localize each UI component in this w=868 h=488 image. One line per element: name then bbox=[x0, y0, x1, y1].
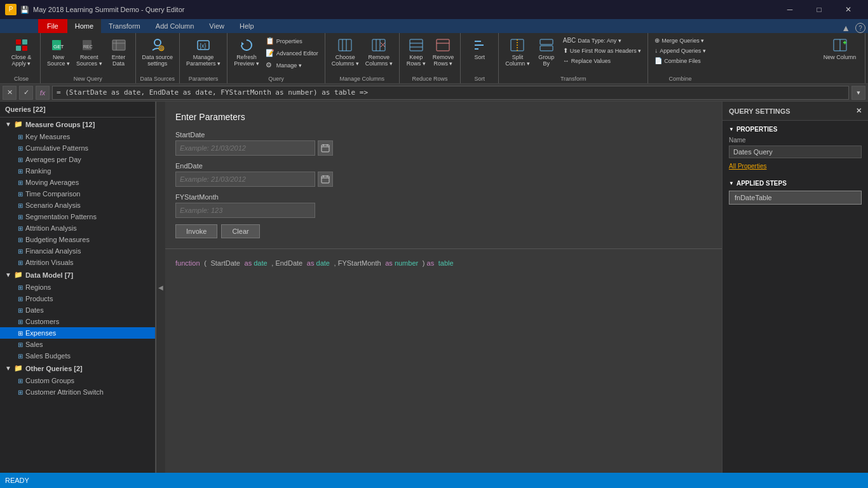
query-item-time-comparison[interactable]: ⊞ Time Comparison bbox=[0, 188, 155, 200]
close-apply-button[interactable]: Close &Apply ▾ bbox=[9, 36, 34, 69]
tab-help[interactable]: Help bbox=[232, 19, 262, 33]
maximize-button[interactable]: □ bbox=[804, 0, 834, 19]
properties-button[interactable]: 📋 Properties bbox=[263, 36, 321, 47]
grid-icon: ⊞ bbox=[18, 191, 23, 198]
query-item-customers[interactable]: ⊞ Customers bbox=[0, 316, 155, 327]
tab-add-column[interactable]: Add Column bbox=[148, 19, 202, 33]
query-item-ranking[interactable]: ⊞ Ranking bbox=[0, 165, 155, 177]
fy-start-month-input[interactable] bbox=[175, 203, 315, 218]
start-date-calendar-button[interactable] bbox=[318, 140, 333, 156]
param3-name: FYStartMonth bbox=[338, 259, 381, 267]
tab-file[interactable]: File bbox=[38, 19, 67, 33]
recent-sources-button[interactable]: REC RecentSources ▾ bbox=[74, 36, 105, 69]
data-sources-label: Data Sources bbox=[140, 76, 176, 82]
manage-parameters-icon: {x} bbox=[196, 37, 211, 53]
tab-transform[interactable]: Transform bbox=[101, 19, 148, 33]
param1-name: StartDate bbox=[210, 259, 240, 267]
manage-parameters-button[interactable]: {x} ManageParameters ▾ bbox=[184, 36, 223, 69]
applied-step-fn-date-table[interactable]: fnDateTable bbox=[729, 191, 862, 205]
query-item-products[interactable]: ⊞ Products bbox=[0, 293, 155, 304]
save-icon[interactable]: 💾 bbox=[20, 6, 29, 14]
group-measure-groups-label: Measure Groups [12] bbox=[25, 121, 95, 128]
close-button[interactable]: ✕ bbox=[834, 0, 863, 19]
formula-input[interactable] bbox=[52, 86, 849, 100]
split-column-button[interactable]: SplitColumn ▾ bbox=[503, 36, 532, 69]
merge-queries-button[interactable]: ⊕ Merge Queries ▾ bbox=[652, 36, 709, 45]
use-first-row-button[interactable]: ⬆ Use First Row as Headers ▾ bbox=[560, 46, 644, 55]
query-item-sales[interactable]: ⊞ Sales bbox=[0, 339, 155, 350]
keep-rows-button[interactable]: KeepRows ▾ bbox=[403, 36, 429, 69]
manage-columns-label: Manage Columns bbox=[329, 76, 395, 82]
group-data-model[interactable]: ▼ 📁 Data Model [7] bbox=[0, 268, 155, 281]
manage-button[interactable]: ⚙ Manage ▾ bbox=[263, 60, 321, 71]
app-icon: P bbox=[5, 4, 17, 15]
enter-data-button[interactable]: EnterData bbox=[106, 36, 132, 69]
query-item-regions[interactable]: ⊞ Regions bbox=[0, 281, 155, 293]
query-item-averages-per-day[interactable]: ⊞ Averages per Day bbox=[0, 154, 155, 165]
query-item-dates[interactable]: ⊞ Dates bbox=[0, 304, 155, 316]
formula-reject-button[interactable]: ✕ bbox=[3, 86, 17, 100]
query-item-segmentation-patterns[interactable]: ⊞ Segmentation Patterns bbox=[0, 211, 155, 222]
window-controls: ─ □ ✕ bbox=[775, 0, 863, 19]
query-item-custom-groups[interactable]: ⊞ Custom Groups bbox=[0, 375, 155, 386]
sort-button[interactable]: Sort bbox=[467, 36, 492, 62]
param-row-start-date: StartDate bbox=[175, 131, 712, 156]
query-item-attrition-analysis[interactable]: ⊞ Attrition Analysis bbox=[0, 222, 155, 234]
ribbon-group-manage-columns: ChooseColumns ▾ RemoveColumns ▾ Manage C… bbox=[325, 33, 400, 83]
settings-header: QUERY SETTINGS ✕ bbox=[722, 102, 868, 121]
name-input[interactable] bbox=[729, 146, 862, 158]
advanced-editor-button[interactable]: 📝 Advanced Editor bbox=[263, 48, 321, 59]
grid-icon: ⊞ bbox=[18, 225, 23, 232]
invoke-button[interactable]: Invoke bbox=[175, 224, 217, 238]
grid-icon: ⊞ bbox=[18, 145, 23, 152]
query-item-attrition-visuals[interactable]: ⊞ Attrition Visuals bbox=[0, 257, 155, 268]
replace-values-button[interactable]: ↔ Replace Values bbox=[560, 56, 644, 65]
status-bar: READY bbox=[0, 473, 868, 488]
settings-title: QUERY SETTINGS bbox=[729, 107, 790, 115]
group-by-button[interactable]: GroupBy bbox=[534, 36, 559, 69]
new-source-button[interactable]: GET NewSource ▾ bbox=[44, 36, 72, 69]
formula-accept-button[interactable]: ✓ bbox=[19, 86, 33, 100]
new-column-button[interactable]: New Column bbox=[821, 36, 859, 62]
query-item-scenario-analysis[interactable]: ⊞ Scenario Analysis bbox=[0, 200, 155, 211]
end-date-input[interactable] bbox=[175, 172, 315, 187]
grid-icon: ⊞ bbox=[18, 179, 23, 186]
tab-view[interactable]: View bbox=[201, 19, 232, 33]
combine-label: Combine bbox=[652, 76, 709, 82]
help-icon[interactable]: ? bbox=[855, 23, 865, 33]
query-item-expenses[interactable]: ⊞ Expenses bbox=[0, 327, 155, 339]
fx-button[interactable]: fx bbox=[36, 86, 50, 100]
group-other-queries[interactable]: ▼ 📁 Other Queries [2] bbox=[0, 362, 155, 375]
query-item-sales-budgets[interactable]: ⊞ Sales Budgets bbox=[0, 350, 155, 362]
ribbon-group-sort: Sort Sort bbox=[461, 33, 499, 83]
group-measure-groups[interactable]: ▼ 📁 Measure Groups [12] bbox=[0, 118, 155, 131]
grid-icon: ⊞ bbox=[18, 341, 23, 348]
settings-close-button[interactable]: ✕ bbox=[856, 107, 862, 115]
formula-expand-button[interactable]: ▼ bbox=[851, 86, 865, 100]
clear-button[interactable]: Clear bbox=[221, 224, 259, 238]
new-query-label: New Query bbox=[44, 76, 132, 82]
tab-home[interactable]: Home bbox=[67, 19, 101, 33]
query-item-cumulative-patterns[interactable]: ⊞ Cumulative Patterns bbox=[0, 142, 155, 154]
data-source-settings-button[interactable]: ⚙ Data sourcesettings bbox=[140, 36, 176, 69]
query-item-customer-attrition-switch[interactable]: ⊞ Customer Attrition Switch bbox=[0, 386, 155, 398]
all-properties-link[interactable]: All Properties bbox=[729, 163, 766, 170]
query-item-financial-analysis[interactable]: ⊞ Financial Analysis bbox=[0, 245, 155, 257]
choose-columns-button[interactable]: ChooseColumns ▾ bbox=[329, 36, 362, 69]
query-item-budgeting-measures[interactable]: ⊞ Budgeting Measures bbox=[0, 234, 155, 245]
remove-rows-button[interactable]: RemoveRows ▾ bbox=[430, 36, 457, 69]
collapse-panel-button[interactable]: ◀ bbox=[156, 102, 165, 473]
refresh-preview-button[interactable]: RefreshPreview ▾ bbox=[231, 36, 262, 69]
remove-columns-button[interactable]: RemoveColumns ▾ bbox=[363, 36, 395, 69]
data-type-button[interactable]: ABC Data Type: Any ▾ bbox=[560, 36, 644, 45]
query-item-key-measures[interactable]: ⊞ Key Measures bbox=[0, 131, 155, 142]
formula-bar: ✕ ✓ fx ▼ bbox=[0, 84, 868, 102]
minimize-button[interactable]: ─ bbox=[775, 0, 804, 19]
query-item-moving-averages[interactable]: ⊞ Moving Averages bbox=[0, 177, 155, 188]
combine-files-button[interactable]: 📄 Combine Files bbox=[652, 56, 709, 65]
ribbon-collapse-btn[interactable]: ▲ bbox=[841, 23, 850, 33]
end-date-calendar-button[interactable] bbox=[318, 172, 333, 187]
append-queries-button[interactable]: ↓ Append Queries ▾ bbox=[652, 46, 709, 55]
queries-panel: Queries [22] ▼ 📁 Measure Groups [12] ⊞ K… bbox=[0, 102, 156, 473]
start-date-input[interactable] bbox=[175, 140, 315, 156]
